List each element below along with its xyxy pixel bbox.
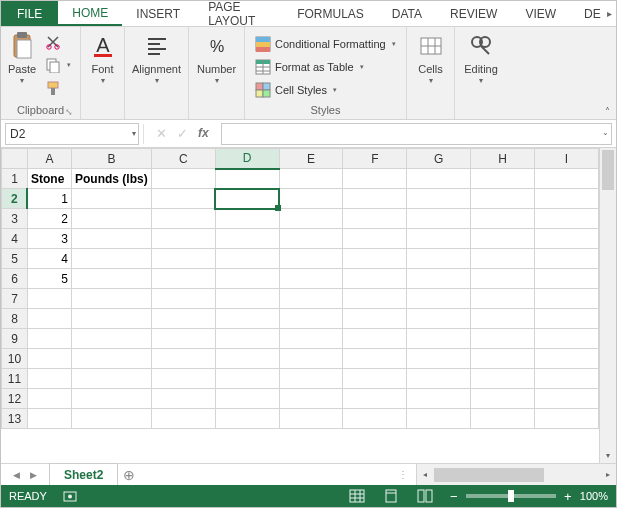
cell[interactable] <box>215 409 279 429</box>
cell[interactable] <box>407 369 471 389</box>
cell[interactable] <box>71 209 151 229</box>
row-header[interactable]: 13 <box>2 409 28 429</box>
sheet-bar-resize-icon[interactable]: ⋮ <box>398 469 408 480</box>
sheet-nav-next-icon[interactable]: ▶ <box>30 470 37 480</box>
cell[interactable] <box>215 349 279 369</box>
row-header[interactable]: 11 <box>2 369 28 389</box>
cell[interactable]: Pounds (lbs) <box>71 169 151 189</box>
cell[interactable] <box>343 369 407 389</box>
zoom-in-button[interactable]: + <box>562 489 574 504</box>
cell[interactable] <box>151 229 215 249</box>
cell[interactable] <box>343 189 407 209</box>
cell[interactable] <box>343 209 407 229</box>
cell[interactable] <box>151 189 215 209</box>
spreadsheet-grid[interactable]: ABCDEFGHI1StonePounds (lbs)2132435465789… <box>1 148 599 429</box>
column-header[interactable]: I <box>535 149 599 169</box>
scroll-right-icon[interactable]: ▸ <box>600 470 616 479</box>
cell[interactable] <box>71 309 151 329</box>
cell[interactable] <box>27 389 71 409</box>
row-header[interactable]: 9 <box>2 329 28 349</box>
cell[interactable] <box>471 289 535 309</box>
cell[interactable] <box>535 369 599 389</box>
cell[interactable] <box>71 229 151 249</box>
cell[interactable] <box>343 349 407 369</box>
tab-home[interactable]: HOME <box>58 1 122 26</box>
collapse-ribbon-icon[interactable]: ˄ <box>605 106 610 117</box>
row-header[interactable]: 7 <box>2 289 28 309</box>
column-header[interactable]: B <box>71 149 151 169</box>
format-painter-button[interactable] <box>41 77 75 98</box>
cell[interactable] <box>535 409 599 429</box>
name-box[interactable]: D2 ▾ <box>5 123 139 145</box>
column-header[interactable]: C <box>151 149 215 169</box>
cell[interactable] <box>71 249 151 269</box>
cell[interactable] <box>151 209 215 229</box>
format-as-table-button[interactable]: Format as Table ▾ <box>251 56 400 77</box>
cell[interactable] <box>535 389 599 409</box>
cell[interactable] <box>27 369 71 389</box>
cell[interactable] <box>71 189 151 209</box>
cell[interactable] <box>151 329 215 349</box>
cell[interactable] <box>343 289 407 309</box>
tab-page-layout[interactable]: PAGE LAYOUT <box>194 1 283 26</box>
cell[interactable] <box>471 349 535 369</box>
scrollbar-thumb[interactable] <box>602 150 614 190</box>
cell[interactable] <box>279 229 343 249</box>
view-page-break-icon[interactable] <box>414 488 436 504</box>
cell[interactable] <box>471 189 535 209</box>
row-header[interactable]: 1 <box>2 169 28 189</box>
cell[interactable] <box>471 309 535 329</box>
column-header[interactable]: F <box>343 149 407 169</box>
copy-button[interactable]: ▾ <box>41 54 75 75</box>
cell[interactable]: 5 <box>27 269 71 289</box>
column-header[interactable]: H <box>471 149 535 169</box>
tab-file[interactable]: FILE <box>1 1 58 26</box>
cell[interactable] <box>151 389 215 409</box>
tabs-scroll-right-icon[interactable]: ▸ <box>603 1 616 26</box>
conditional-formatting-button[interactable]: Conditional Formatting ▾ <box>251 33 400 54</box>
cell[interactable] <box>535 229 599 249</box>
expand-formula-bar-icon[interactable]: ⌄ <box>602 128 609 137</box>
cell[interactable] <box>407 209 471 229</box>
cell[interactable] <box>471 249 535 269</box>
cell[interactable] <box>343 309 407 329</box>
enter-formula-icon[interactable]: ✓ <box>177 126 188 141</box>
macro-record-icon[interactable] <box>59 488 81 504</box>
cell[interactable] <box>71 269 151 289</box>
insert-function-icon[interactable]: fx <box>198 126 209 141</box>
cell[interactable] <box>407 189 471 209</box>
cell[interactable] <box>215 169 279 189</box>
view-page-layout-icon[interactable] <box>380 488 402 504</box>
column-header[interactable]: E <box>279 149 343 169</box>
row-header[interactable]: 6 <box>2 269 28 289</box>
select-all-corner[interactable] <box>2 149 28 169</box>
formula-bar-input[interactable]: ⌄ <box>221 123 612 145</box>
add-sheet-button[interactable]: ⊕ <box>118 464 140 485</box>
row-header[interactable]: 12 <box>2 389 28 409</box>
cell[interactable] <box>471 169 535 189</box>
cell[interactable] <box>71 389 151 409</box>
cell[interactable] <box>407 249 471 269</box>
cell[interactable] <box>71 329 151 349</box>
sheet-nav-prev-icon[interactable]: ◀ <box>13 470 20 480</box>
cell[interactable] <box>279 169 343 189</box>
cell[interactable] <box>215 249 279 269</box>
cell[interactable] <box>151 369 215 389</box>
tab-data[interactable]: DATA <box>378 1 436 26</box>
cell[interactable] <box>535 289 599 309</box>
sheet-tab-active[interactable]: Sheet2 <box>49 463 118 485</box>
tab-review[interactable]: REVIEW <box>436 1 511 26</box>
cell[interactable] <box>343 249 407 269</box>
cell[interactable] <box>471 389 535 409</box>
vertical-scrollbar[interactable]: ▴ ▾ <box>599 148 616 463</box>
cell[interactable] <box>279 289 343 309</box>
cell[interactable] <box>407 349 471 369</box>
cell[interactable] <box>27 309 71 329</box>
cell[interactable] <box>151 249 215 269</box>
cell[interactable] <box>27 349 71 369</box>
cell[interactable] <box>407 289 471 309</box>
editing-button[interactable]: Editing ▾ <box>461 29 501 85</box>
zoom-out-button[interactable]: − <box>448 489 460 504</box>
zoom-slider-knob[interactable] <box>508 490 514 502</box>
cell[interactable] <box>535 209 599 229</box>
